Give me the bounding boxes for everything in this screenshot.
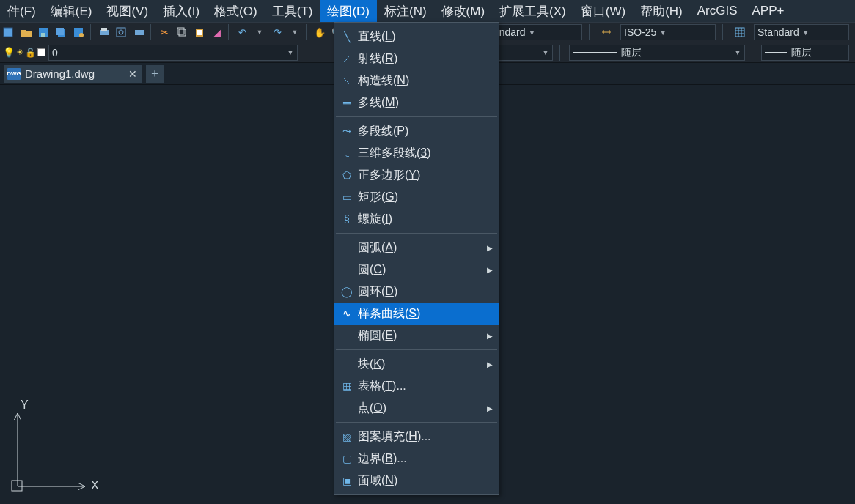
menu-item-hatch[interactable]: ▨图案填充(H)... xyxy=(334,426,499,448)
layer-dropdown[interactable]: 0 ▼ xyxy=(48,45,298,61)
separator xyxy=(559,45,562,61)
open-icon[interactable] xyxy=(18,24,34,40)
menu-item-mline[interactable]: ═多线(M) xyxy=(334,92,499,114)
menu-window[interactable]: 窗口(W) xyxy=(573,0,633,22)
chevron-down-icon: ▼ xyxy=(528,29,535,37)
menu-insert[interactable]: 插入(I) xyxy=(155,0,207,22)
menu-item-helix[interactable]: §螺旋(I) xyxy=(334,208,499,230)
undo-dropdown-icon[interactable]: ▼ xyxy=(252,24,268,40)
menu-dimension[interactable]: 标注(N) xyxy=(377,0,434,22)
boundary-icon: ▢ xyxy=(339,453,355,464)
rectangle-icon: ▭ xyxy=(339,191,355,203)
menu-tools[interactable]: 工具(T) xyxy=(265,0,320,22)
menu-item-point[interactable]: 点(O)▶ xyxy=(334,397,499,419)
redo-icon[interactable]: ↷ xyxy=(269,24,285,40)
menu-item-line[interactable]: ╲直线(L) xyxy=(334,26,499,48)
dwg-file-icon: DWG xyxy=(7,68,21,80)
saveall-icon[interactable] xyxy=(54,24,70,40)
menu-view[interactable]: 视图(V) xyxy=(99,0,155,22)
svg-point-10 xyxy=(119,30,123,34)
chevron-down-icon: ▼ xyxy=(542,48,549,56)
table-style-dropdown[interactable]: Standard ▼ xyxy=(754,24,849,40)
separator xyxy=(589,24,592,40)
svg-rect-0 xyxy=(4,28,12,37)
menu-divider xyxy=(336,233,497,234)
chevron-down-icon: ▼ xyxy=(802,29,810,37)
menu-divider xyxy=(336,116,497,117)
menu-item-donut[interactable]: ◯圆环(D) xyxy=(334,281,499,303)
menu-help[interactable]: 帮助(H) xyxy=(633,0,690,22)
separator xyxy=(228,24,231,40)
menu-edit[interactable]: 编辑(E) xyxy=(43,0,100,22)
menu-item-boundary[interactable]: ▢边界(B)... xyxy=(334,448,499,470)
submenu-arrow-icon: ▶ xyxy=(487,332,493,340)
line-sample xyxy=(765,52,787,53)
pline-icon: ⤳ xyxy=(339,125,355,137)
menu-item-spline[interactable]: ∿样条曲线(S) xyxy=(334,303,499,325)
menu-item-ellipse[interactable]: 椭圆(E)▶ xyxy=(334,325,499,346)
undo-icon[interactable]: ↶ xyxy=(234,24,250,40)
svg-rect-17 xyxy=(735,28,744,37)
bylayer-dropdown-a[interactable]: 随层 ▼ xyxy=(569,45,745,61)
svg-rect-13 xyxy=(177,28,184,34)
menu-item-block[interactable]: 块(K)▶ xyxy=(334,353,499,375)
cut-icon[interactable]: ✂ xyxy=(156,24,172,40)
new-icon[interactable] xyxy=(1,24,17,40)
redo-dropdown-icon[interactable]: ▼ xyxy=(287,24,303,40)
chevron-down-icon: ▼ xyxy=(287,48,294,56)
save-icon[interactable] xyxy=(36,24,52,40)
menu-item-circle[interactable]: 圆(C)▶ xyxy=(334,259,499,281)
dim-style-dropdown[interactable]: ISO-25 ▼ xyxy=(620,24,716,40)
saveas-icon[interactable] xyxy=(71,24,87,40)
draw-menu: ╲直线(L) ⟋射线(R) ⟍构造线(N) ═多线(M) ⤳多段线(P) ⦦三维… xyxy=(334,22,499,495)
svg-rect-4 xyxy=(56,28,64,35)
table-style-icon[interactable] xyxy=(733,24,749,40)
menu-modify[interactable]: 修改(M) xyxy=(434,0,492,22)
menu-draw[interactable]: 绘图(D) xyxy=(320,0,377,22)
text-style-dropdown[interactable]: tandard ▼ xyxy=(487,24,582,40)
dim-style-icon[interactable] xyxy=(599,24,615,40)
menu-file[interactable]: 件(F) xyxy=(0,0,43,22)
publish-icon[interactable] xyxy=(131,24,147,40)
submenu-arrow-icon: ▶ xyxy=(487,266,493,274)
sun-icon: ☀ xyxy=(16,48,23,57)
helix-icon: § xyxy=(339,213,355,225)
close-tab-icon[interactable]: ✕ xyxy=(128,68,137,80)
bylayer-dropdown-b[interactable]: 随层 xyxy=(761,45,849,61)
paste-icon[interactable] xyxy=(191,24,208,40)
linetype-dropdown[interactable]: ▼ xyxy=(494,45,553,61)
menu-item-region[interactable]: ▣面域(N) xyxy=(334,470,499,492)
svg-rect-20 xyxy=(12,481,22,491)
new-tab-button[interactable]: ＋ xyxy=(146,65,164,83)
spline-icon: ∿ xyxy=(339,308,355,319)
menu-format[interactable]: 格式(O) xyxy=(207,0,265,22)
menu-app-plus[interactable]: APP+ xyxy=(745,0,792,22)
menu-item-polygon[interactable]: ⬠正多边形(Y) xyxy=(334,164,499,186)
menu-item-table[interactable]: ▦表格(T)... xyxy=(334,375,499,397)
menu-item-3dpoly[interactable]: ⦦三维多段线(3) xyxy=(334,142,499,164)
line-icon: ╲ xyxy=(339,31,355,42)
menu-item-xline[interactable]: ⟍构造线(N) xyxy=(334,70,499,92)
pan-icon[interactable]: ✋ xyxy=(312,24,328,40)
copy-icon[interactable] xyxy=(174,24,190,40)
svg-rect-2 xyxy=(41,33,45,37)
preview-icon[interactable] xyxy=(114,24,130,40)
menu-item-rectangle[interactable]: ▭矩形(G) xyxy=(334,186,499,208)
axis-y-label: Y xyxy=(21,399,29,412)
layer-color-icon xyxy=(37,48,45,56)
separator xyxy=(722,24,725,40)
menu-item-pline[interactable]: ⤳多段线(P) xyxy=(334,120,499,142)
separator xyxy=(150,24,153,40)
3dpoly-icon: ⦦ xyxy=(339,147,355,159)
table-style-value: Standard xyxy=(757,26,799,38)
layer-value: 0 xyxy=(52,47,58,59)
menu-arcgis[interactable]: ArcGIS xyxy=(690,0,745,22)
match-icon[interactable]: ◢ xyxy=(209,24,225,40)
svg-rect-12 xyxy=(179,29,186,36)
document-tab[interactable]: DWG Drawing1.dwg ✕ xyxy=(4,65,142,83)
menu-extensions[interactable]: 扩展工具(X) xyxy=(492,0,573,22)
print-icon[interactable] xyxy=(96,24,112,40)
document-filename: Drawing1.dwg xyxy=(25,67,95,80)
menu-item-arc[interactable]: 圆弧(A)▶ xyxy=(334,237,499,259)
menu-item-ray[interactable]: ⟋射线(R) xyxy=(334,48,499,70)
